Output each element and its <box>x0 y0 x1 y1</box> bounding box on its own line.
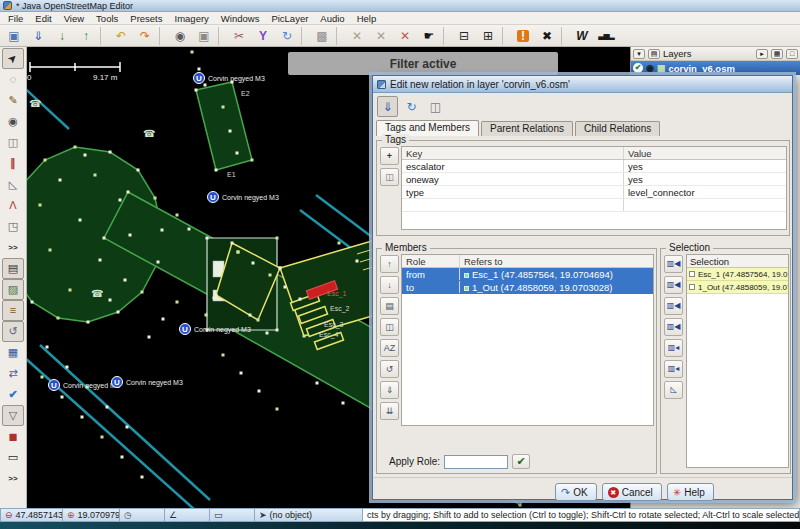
layer-visibility-eye-icon[interactable]: ◉ <box>646 63 654 73</box>
menu-item[interactable]: Help <box>351 13 383 24</box>
download-members-button[interactable]: ⇓ <box>380 381 399 399</box>
menu-item[interactable]: Tools <box>90 13 124 24</box>
collapse-panel-button[interactable]: ▾ <box>633 49 645 59</box>
wireframe-icon[interactable]: ▩ <box>310 26 334 46</box>
more-toggles-chevron[interactable]: >> <box>2 468 24 489</box>
member-row-selected[interactable]: from Esc_1 (47.4857564, 19.0704694) <box>402 268 653 281</box>
conflict-toggle-icon[interactable]: ⇄ <box>2 363 24 384</box>
menu-item[interactable]: Imagery <box>169 13 215 24</box>
minimap-toggle-icon[interactable]: ▦ <box>2 342 24 363</box>
layers-toggle-icon[interactable]: ▤ <box>2 258 24 279</box>
menu-item[interactable]: PicLayer <box>265 13 314 24</box>
member-row-selected[interactable]: to 1_Out (47.4858059, 19.0703028) <box>402 281 653 294</box>
tool-hammer-icon[interactable]: ✕ <box>345 26 369 46</box>
move-member-down-button[interactable]: ↓ <box>380 276 399 294</box>
add-selected-below-button[interactable]: ▥◀ <box>664 297 683 315</box>
members-table[interactable]: Role Refers to from Esc_1 (47.4857564, 1… <box>401 254 654 426</box>
tag-row[interactable]: type level_connector <box>402 186 786 199</box>
cancel-button[interactable]: ✖ Cancel <box>602 483 662 501</box>
help-button[interactable]: ✳ Help <box>667 483 714 501</box>
apply-role-input[interactable] <box>444 455 508 469</box>
remove-selected-button[interactable]: ◺ <box>664 381 683 399</box>
selection-row[interactable]: Esc_1 (47.4857564, 19.0704694) <box>687 268 788 281</box>
apply-role-confirm-button[interactable]: ✔ <box>512 454 530 469</box>
warning-icon[interactable]: ! <box>511 26 535 46</box>
tag-row-empty[interactable] <box>402 199 786 212</box>
move-member-up-button[interactable]: ↑ <box>380 255 399 273</box>
tags-table[interactable]: Key Value escalator yes oneway yes type … <box>401 146 787 230</box>
combine-ways-icon[interactable]: Y <box>251 26 275 46</box>
draw-node-tool-icon[interactable]: ✎ <box>2 90 24 111</box>
add-tag-button[interactable]: + <box>380 147 399 165</box>
measurement-toggle-icon[interactable]: ▭ <box>2 447 24 468</box>
hand-icon[interactable]: ☛ <box>417 26 441 46</box>
edit-member-button[interactable]: ▤ <box>380 297 399 315</box>
save-icon[interactable]: ⇓ <box>26 26 50 46</box>
selection-row[interactable]: 1_Out (47.4858059, 19.0703028) <box>687 281 788 294</box>
improve-accuracy-tool-icon[interactable]: ◺ <box>2 174 24 195</box>
tool-wrench-icon[interactable]: ✕ <box>369 26 393 46</box>
reload-icon[interactable]: ↻ <box>275 26 299 46</box>
car-icon[interactable]: ⊟ <box>452 26 476 46</box>
apply-changes-icon[interactable]: ⇓ <box>377 96 398 117</box>
download-incomplete-button[interactable]: ⇊ <box>380 402 399 420</box>
open-icon[interactable]: ▣ <box>2 26 26 46</box>
tab-child-relations[interactable]: Child Relations <box>575 121 660 136</box>
layer-row[interactable]: ✔ ◉ ▦ corvin_v6.osm <box>631 61 800 75</box>
changeset-toggle-icon[interactable]: ◼ <box>2 426 24 447</box>
detach-panel-button[interactable]: ▦ <box>771 49 783 59</box>
menu-item[interactable]: File <box>2 13 29 24</box>
deselect-members-button[interactable]: ▥◂ <box>664 360 683 378</box>
delete-tool-icon[interactable]: ◫ <box>2 132 24 153</box>
reverse-order-button[interactable]: ↺ <box>380 360 399 378</box>
tool-red-icon[interactable]: ✕ <box>393 26 417 46</box>
close-panel-button[interactable]: □ <box>786 49 798 59</box>
unglue-ways-icon[interactable]: ✂ <box>227 26 251 46</box>
validator-toggle-icon[interactable]: ✔ <box>2 384 24 405</box>
download-icon[interactable]: ↓ <box>50 26 74 46</box>
delete-relation-icon[interactable]: ◫ <box>425 96 446 117</box>
dialogs-panel-icon[interactable]: ▣ <box>192 26 216 46</box>
upload-icon[interactable]: ↑ <box>74 26 98 46</box>
bus-icon[interactable]: ⊞ <box>476 26 500 46</box>
parallel-tool-icon[interactable]: ∥ <box>2 153 24 174</box>
delete-tag-button[interactable]: ◫ <box>380 168 399 186</box>
histogram-icon[interactable]: ▃▅▂ <box>594 26 618 46</box>
ok-button[interactable]: ↷ OK <box>555 483 597 501</box>
menu-item[interactable]: Windows <box>215 13 266 24</box>
window-titlebar[interactable]: * Java OpenStreetMap Editor <box>0 0 800 12</box>
add-selected-at-start-button[interactable]: ▥◀ <box>664 255 683 273</box>
more-tools-chevron[interactable]: >> <box>2 237 24 258</box>
presets-toggle-icon[interactable]: ≡ <box>2 300 24 321</box>
delete-x-icon[interactable]: ✖ <box>535 26 559 46</box>
wms-icon[interactable]: W <box>570 26 594 46</box>
tag-row[interactable]: oneway yes <box>402 173 786 186</box>
menu-item[interactable]: Presets <box>124 13 168 24</box>
zoom-selection-icon[interactable]: ◉ <box>168 26 192 46</box>
sticky-panel-button[interactable]: ▸ <box>756 49 768 59</box>
layer-active-check-icon[interactable]: ✔ <box>633 63 643 73</box>
menu-item[interactable]: Audio <box>314 13 350 24</box>
undo-icon[interactable]: ↶ <box>109 26 133 46</box>
merge-tool-icon[interactable]: Λ <box>2 195 24 216</box>
refresh-relation-icon[interactable]: ↻ <box>401 96 422 117</box>
rotate-toggle-icon[interactable]: ↺ <box>2 321 24 342</box>
remove-member-button[interactable]: ◫ <box>380 318 399 336</box>
lasso-tool-icon[interactable]: ◌ <box>2 69 24 90</box>
selection-table[interactable]: Selection Esc_1 (47.4857564, 19.0704694)… <box>686 254 789 468</box>
add-selected-at-end-button[interactable]: ▥◀ <box>664 318 683 336</box>
dialog-titlebar[interactable]: Edit new relation in layer 'corvin_v6.os… <box>373 76 792 93</box>
sort-members-button[interactable]: AZ <box>380 339 399 357</box>
add-selected-above-button[interactable]: ▥◀ <box>664 276 683 294</box>
menu-item[interactable]: View <box>58 13 90 24</box>
extrude-tool-icon[interactable]: ◳ <box>2 216 24 237</box>
select-members-button[interactable]: ▥◂ <box>664 339 683 357</box>
menu-item[interactable]: Edit <box>29 13 57 24</box>
select-tool-icon[interactable]: ➤ <box>2 48 24 69</box>
mapstyles-toggle-icon[interactable]: ▨ <box>2 279 24 300</box>
tab-parent-relations[interactable]: Parent Relations <box>481 121 573 136</box>
filter-toggle-icon[interactable]: ▽ <box>2 405 24 426</box>
redo-icon[interactable]: ↷ <box>133 26 157 46</box>
tag-row[interactable]: escalator yes <box>402 160 786 173</box>
zoom-tool-icon[interactable]: ◉ <box>2 111 24 132</box>
